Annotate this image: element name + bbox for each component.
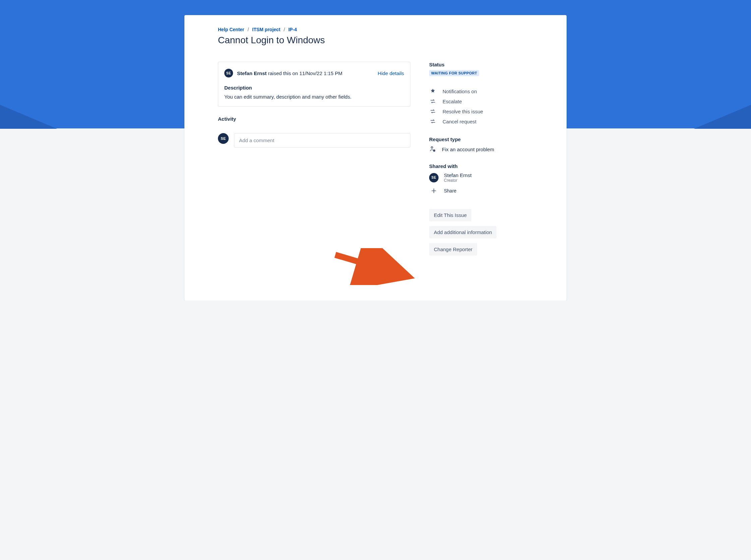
page-title: Cannot Login to Windows <box>218 35 533 46</box>
svg-rect-3 <box>434 151 434 151</box>
shared-user-avatar: SE <box>429 173 439 182</box>
bg-shape <box>0 101 57 129</box>
reporter-name: Stefan Ernst <box>237 71 266 76</box>
status-badge: WAITING FOR SUPPORT <box>429 70 479 76</box>
breadcrumb-separator: / <box>282 27 287 32</box>
request-type-value: Fix an account problem <box>442 146 494 152</box>
swap-icon <box>429 118 437 124</box>
edit-issue-button[interactable]: Edit This Issue <box>429 209 471 221</box>
svg-rect-2 <box>434 150 434 151</box>
shared-with-label: Shared with <box>429 163 533 169</box>
action-label: Resolve this issue <box>443 109 483 114</box>
activity-heading: Activity <box>218 116 410 122</box>
breadcrumb-project[interactable]: ITSM project <box>252 27 280 32</box>
action-label: Notifications on <box>443 88 477 94</box>
reporter-avatar: SE <box>224 69 233 78</box>
add-info-button[interactable]: Add additional information <box>429 226 496 238</box>
svg-point-0 <box>431 146 433 148</box>
shared-user-role: Creator <box>444 178 472 183</box>
raised-date: 11/Nov/22 1:15 PM <box>299 71 342 76</box>
breadcrumb-separator: / <box>245 27 251 32</box>
ticket-card: Help Center / ITSM project / IP-4 Cannot… <box>184 15 567 300</box>
bg-shape <box>694 101 751 129</box>
raised-by-text: Stefan Ernst raised this on 11/Nov/22 1:… <box>237 71 342 76</box>
bell-icon <box>429 88 437 94</box>
swap-icon <box>429 108 437 114</box>
status-label: Status <box>429 62 533 67</box>
hide-details-link[interactable]: Hide details <box>378 71 404 76</box>
change-reporter-button[interactable]: Change Reporter <box>429 243 477 256</box>
account-problem-icon <box>429 145 436 153</box>
comment-input[interactable] <box>234 133 410 147</box>
current-user-avatar: SE <box>218 133 229 144</box>
description-label: Description <box>224 85 404 91</box>
notifications-action[interactable]: Notifications on <box>429 86 533 96</box>
escalate-action[interactable]: Escalate <box>429 96 533 106</box>
cancel-action[interactable]: Cancel request <box>429 116 533 126</box>
breadcrumb: Help Center / ITSM project / IP-4 <box>218 27 533 32</box>
description-text: You can edit summary, description and ma… <box>224 94 404 100</box>
breadcrumb-issue-key[interactable]: IP-4 <box>288 27 297 32</box>
plus-icon <box>429 186 439 196</box>
resolve-action[interactable]: Resolve this issue <box>429 106 533 116</box>
action-label: Escalate <box>443 99 462 104</box>
request-type-label: Request type <box>429 137 533 142</box>
breadcrumb-help-center[interactable]: Help Center <box>218 27 244 32</box>
share-label: Share <box>444 188 456 194</box>
swap-icon <box>429 98 437 104</box>
share-button[interactable]: Share <box>429 186 533 196</box>
action-label: Cancel request <box>443 119 476 124</box>
shared-user-row: SE Stefan Ernst Creator <box>429 172 533 183</box>
shared-user-name: Stefan Ernst <box>444 172 472 178</box>
details-panel: SE Stefan Ernst raised this on 11/Nov/22… <box>218 62 410 107</box>
